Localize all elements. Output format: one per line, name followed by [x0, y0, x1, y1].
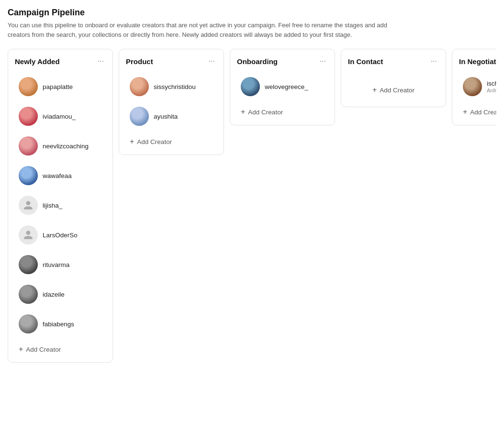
avatar-ischtarisik	[463, 77, 482, 96]
add-creator-btn-product[interactable]: +Add Creator	[123, 133, 220, 151]
page-description: You can use this pipeline to onboard or …	[8, 21, 400, 39]
avatar-rituvarma	[19, 255, 38, 274]
page-title: Campaign Pipeline	[8, 8, 496, 18]
plus-icon: +	[19, 345, 23, 354]
creator-name-sissychristidou: sissychristidou	[154, 83, 196, 90]
creator-info-sissychristidou: sissychristidou	[154, 83, 196, 90]
add-creator-btn-onboarding[interactable]: +Add Creator	[234, 103, 331, 121]
creator-name-rituvarma: rituvarma	[43, 261, 69, 268]
add-creator-btn-newly-added[interactable]: +Add Creator	[12, 340, 109, 358]
creator-name-idazeile: idazeile	[43, 291, 65, 298]
add-creator-label: Add Creator	[248, 109, 283, 116]
creator-card-iviadamou[interactable]: iviadamou_	[12, 102, 109, 131]
creator-name-iviadamou: iviadamou_	[43, 113, 76, 120]
add-creator-label: Add Creator	[26, 346, 61, 353]
add-creator-label: Add Creator	[470, 109, 496, 116]
column-newly-added: Newly Added··· papaplatte iviadamou_ nee…	[8, 49, 113, 363]
creator-info-wawafeaa: wawafeaa	[43, 172, 72, 179]
column-in-contact: In Contact···+Add Creator	[341, 49, 446, 107]
creator-info-fabiabengs: fabiabengs	[43, 321, 74, 328]
column-title-in-contact: In Contact	[348, 57, 383, 66]
column-product: Product··· sissychristidou ayushita +Add…	[119, 49, 224, 155]
creator-card-lijisha[interactable]: lijisha_	[12, 191, 109, 220]
plus-icon: +	[372, 86, 377, 94]
column-title-newly-added: Newly Added	[15, 57, 60, 66]
column-menu-btn-onboarding[interactable]: ···	[318, 56, 328, 67]
column-header-product: Product···	[119, 49, 224, 71]
creator-name-lijisha: lijisha_	[43, 202, 62, 209]
creator-name-wawafeaa: wawafeaa	[43, 172, 72, 179]
column-header-onboarding: Onboarding···	[230, 49, 335, 71]
creator-card-welovegreece[interactable]: welovegreece_	[234, 72, 331, 101]
creator-info-ayushita: ayushita	[154, 113, 178, 120]
add-creator-btn-in-negotiation[interactable]: +Add Creator	[456, 103, 496, 121]
creator-card-ischtarisik[interactable]: ischtarisik Anfrage abgele...	[456, 72, 496, 101]
creator-card-papaplatte[interactable]: papaplatte	[12, 72, 109, 101]
plus-icon: +	[463, 108, 467, 116]
column-header-in-negotiation: In Negotiation···	[452, 49, 496, 71]
column-in-negotiation: In Negotiation··· ischtarisik Anfrage ab…	[452, 49, 496, 125]
creator-info-papaplatte: papaplatte	[43, 83, 73, 90]
add-creator-label: Add Creator	[380, 87, 414, 94]
avatar-neevlizcoaching	[19, 136, 38, 155]
plus-icon: +	[130, 137, 134, 146]
creator-info-neevlizcoaching: neevlizcoaching	[43, 143, 89, 150]
creator-info-larsoderso: LarsOderSo	[43, 232, 78, 239]
column-onboarding: Onboarding··· welovegreece_ +Add Creator	[230, 49, 335, 125]
pipeline-board: Newly Added··· papaplatte iviadamou_ nee…	[8, 49, 496, 363]
avatar-ayushita	[130, 107, 149, 126]
add-creator-label: Add Creator	[137, 138, 172, 145]
creator-card-wawafeaa[interactable]: wawafeaa	[12, 161, 109, 190]
column-title-product: Product	[126, 57, 153, 66]
avatar-wawafeaa	[19, 166, 38, 185]
creator-sub-ischtarisik: Anfrage abgele...	[487, 88, 496, 93]
avatar-fabiabengs	[19, 314, 38, 333]
add-creator-btn-in-contact[interactable]: +Add Creator	[345, 81, 442, 99]
creator-name-fabiabengs: fabiabengs	[43, 321, 74, 328]
avatar-idazeile	[19, 285, 38, 304]
creator-info-rituvarma: rituvarma	[43, 261, 69, 268]
creator-name-papaplatte: papaplatte	[43, 83, 73, 90]
column-title-in-negotiation: In Negotiation	[459, 57, 496, 66]
creator-info-iviadamou: iviadamou_	[43, 113, 76, 120]
creator-card-fabiabengs[interactable]: fabiabengs	[12, 310, 109, 338]
creator-card-sissychristidou[interactable]: sissychristidou	[123, 72, 220, 101]
creator-card-ayushita[interactable]: ayushita	[123, 102, 220, 131]
avatar-sissychristidou	[130, 77, 149, 96]
creator-card-rituvarma[interactable]: rituvarma	[12, 250, 109, 279]
creator-card-neevlizcoaching[interactable]: neevlizcoaching	[12, 132, 109, 160]
creator-info-idazeile: idazeile	[43, 291, 65, 298]
column-menu-btn-newly-added[interactable]: ···	[96, 56, 106, 67]
avatar-papaplatte	[19, 77, 38, 96]
creator-name-larsoderso: LarsOderSo	[43, 232, 78, 239]
column-menu-btn-product[interactable]: ···	[207, 56, 217, 67]
avatar-lijisha	[19, 196, 38, 215]
creator-info-welovegreece: welovegreece_	[265, 83, 308, 90]
column-menu-btn-in-contact[interactable]: ···	[429, 56, 439, 67]
creator-name-welovegreece: welovegreece_	[265, 83, 308, 90]
avatar-welovegreece	[241, 77, 260, 96]
column-header-newly-added: Newly Added···	[8, 49, 112, 71]
avatar-iviadamou	[19, 107, 38, 126]
column-title-onboarding: Onboarding	[237, 57, 278, 66]
creator-info-ischtarisik: ischtarisik Anfrage abgele...	[487, 80, 496, 93]
creator-name-ischtarisik: ischtarisik	[487, 80, 496, 87]
creator-card-larsoderso[interactable]: LarsOderSo	[12, 221, 109, 249]
creator-info-lijisha: lijisha_	[43, 202, 62, 209]
avatar-larsoderso	[19, 225, 38, 244]
creator-name-neevlizcoaching: neevlizcoaching	[43, 143, 89, 150]
creator-name-ayushita: ayushita	[154, 113, 178, 120]
plus-icon: +	[241, 108, 245, 116]
creator-card-idazeile[interactable]: idazeile	[12, 280, 109, 309]
column-header-in-contact: In Contact···	[341, 49, 446, 71]
